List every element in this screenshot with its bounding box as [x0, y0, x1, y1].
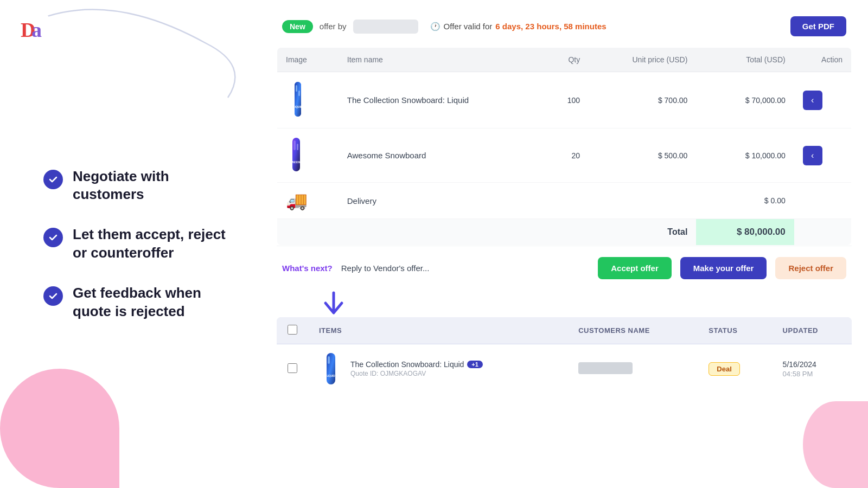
feature-item-0: Negotiate with customers [43, 168, 233, 204]
feature-text-1: Let them accept, reject or counteroffer [73, 226, 233, 262]
row0-qty: 100 [544, 72, 589, 129]
bottom-row0-badge: +1 [467, 361, 483, 368]
accept-offer-button[interactable]: Accept offer [598, 257, 672, 279]
row0-total: $ 70,000.00 [696, 72, 794, 129]
total-label: Total [589, 219, 696, 246]
feature-list: Negotiate with customers Let them accept… [43, 168, 233, 321]
bottom-row0-updated: 5/16/2024 04:58 PM [772, 344, 852, 394]
bottom-col-items: ITEMS [308, 317, 567, 344]
svg-rect-4 [295, 82, 301, 117]
clock-icon: 🕐 [430, 22, 441, 31]
col-qty: Qty [544, 48, 589, 72]
row1-qty: 20 [544, 129, 589, 183]
bottom-row0-item: LIQUID The Collection Snowboard: Liquid … [308, 344, 567, 394]
bottom-row0-item-name-text: The Collection Snowboard: Liquid [350, 360, 464, 369]
bottom-snowboard-img: LIQUID [319, 352, 343, 386]
row2-item-name: Delivery [339, 183, 544, 219]
col-image: Image [277, 48, 339, 72]
offer-header: New offer by 🕐 Offer valid for 6 days, 2… [277, 11, 852, 47]
bottom-section: ITEMS CUSTOMERS NAME STATUS UPDATED [277, 317, 852, 393]
main-content: New offer by 🕐 Offer valid for 6 days, 2… [260, 0, 868, 488]
row2-unit-price [589, 183, 696, 219]
table-row-2: 🚚 Delivery $ 0.00 [277, 183, 852, 219]
status-badge-deal: Deal [709, 362, 739, 376]
feature-item-1: Let them accept, reject or counteroffer [43, 226, 233, 262]
row1-total: $ 10,000.00 [696, 129, 794, 183]
bottom-row0-quote-id: Quote ID: OJMGKAOGAV [350, 370, 483, 377]
delivery-truck-icon: 🚚 [286, 191, 308, 210]
row0-item-name: The Collection Snowboard: Liquid [339, 72, 544, 129]
row2-image: 🚚 [277, 183, 339, 219]
row0-action: ‹ [794, 72, 852, 129]
feature-text-2: Get feedback when quote is rejected [73, 284, 233, 321]
whats-next-label: What's next? [282, 264, 333, 273]
col-unit-price: Unit price (USD) [589, 48, 696, 72]
row2-action [794, 183, 852, 219]
row0-image: LIQUID [277, 72, 339, 129]
arrow-down-icon [320, 290, 347, 317]
table-header-row: Image Item name Qty Unit price (USD) Tot… [277, 48, 852, 72]
updated-date: 5/16/2024 [783, 360, 841, 369]
left-panel: Negotiate with customers Let them accept… [0, 0, 260, 488]
reject-offer-button[interactable]: Reject offer [775, 257, 846, 279]
row0-unit-price: $ 700.00 [589, 72, 696, 129]
bottom-table: ITEMS CUSTOMERS NAME STATUS UPDATED [277, 317, 852, 393]
bottom-col-checkbox [277, 317, 308, 344]
offer-by-label: offer by [320, 22, 347, 31]
arrow-container [277, 290, 852, 317]
col-action: Action [794, 48, 852, 72]
table-row-0: LIQUID The Collection Snowboard: Liquid … [277, 72, 852, 129]
check-icon-2 [43, 286, 63, 306]
bottom-col-customers: CUSTOMERS NAME [567, 317, 698, 344]
customer-name-blurred [578, 362, 633, 374]
offer-validity: 🕐 Offer valid for 6 days, 23 hours, 58 m… [430, 22, 607, 31]
get-pdf-button[interactable]: Get PDF [790, 16, 846, 36]
quote-table: Image Item name Qty Unit price (USD) Tot… [277, 47, 852, 246]
row0-checkbox[interactable] [288, 363, 297, 373]
row2-qty [544, 183, 589, 219]
row1-item-name: Awesome Snowboard [339, 129, 544, 183]
feature-text-0: Negotiate with customers [73, 168, 233, 204]
feature-item-2: Get feedback when quote is rejected [43, 284, 233, 321]
svg-rect-9 [293, 140, 296, 150]
svg-rect-13 [328, 356, 330, 364]
snowboard-awesome-img: AWESOME [286, 136, 307, 173]
table-row-1: AWESOME Awesome Snowboard 20 $ 500.00 $ … [277, 129, 852, 183]
reply-text: Reply to Vendor's offer... [341, 264, 430, 273]
svg-text:LIQUID: LIQUID [293, 105, 303, 108]
bottom-row0-item-name-cell: The Collection Snowboard: Liquid +1 Quot… [350, 360, 483, 377]
offer-validity-time: 6 days, 23 hours, 58 minutes [495, 22, 606, 31]
select-all-checkbox[interactable] [288, 325, 297, 335]
snowboard-liquid-img: LIQUID [286, 80, 310, 119]
bottom-row0-customer [567, 344, 698, 394]
updated-time: 04:58 PM [783, 370, 841, 378]
row1-image: AWESOME [277, 129, 339, 183]
bottom-col-updated: UPDATED [772, 317, 852, 344]
offer-validity-prefix: Offer valid for [444, 22, 493, 31]
row2-total: $ 0.00 [696, 183, 794, 219]
check-icon-1 [43, 228, 63, 247]
bottom-header-row: ITEMS CUSTOMERS NAME STATUS UPDATED [277, 317, 852, 344]
total-value: $ 80,000.00 [696, 219, 794, 246]
svg-text:LIQUID: LIQUID [327, 375, 335, 377]
svg-rect-10 [297, 144, 298, 150]
row1-action: ‹ [794, 129, 852, 183]
svg-rect-5 [296, 85, 297, 92]
col-item-name: Item name [339, 48, 544, 72]
bottom-row0-status: Deal [698, 344, 771, 394]
make-offer-button[interactable]: Make your offer [680, 257, 767, 279]
check-icon-0 [43, 170, 63, 189]
reply-section: What's next? Reply to Vendor's offer... … [277, 246, 852, 290]
svg-text:AWESOME: AWESOME [290, 161, 303, 164]
offer-by-value [353, 20, 418, 34]
row0-action-button[interactable]: ‹ [803, 91, 822, 110]
table-total-row: Total $ 80,000.00 [277, 219, 852, 246]
bottom-table-row-0: LIQUID The Collection Snowboard: Liquid … [277, 344, 852, 394]
col-total: Total (USD) [696, 48, 794, 72]
row1-unit-price: $ 500.00 [589, 129, 696, 183]
badge-new: New [282, 20, 313, 33]
bottom-col-status: STATUS [698, 317, 771, 344]
row1-action-button[interactable]: ‹ [803, 146, 822, 165]
bottom-row0-checkbox [277, 344, 308, 394]
bottom-row0-item-name-main: The Collection Snowboard: Liquid +1 [350, 360, 483, 369]
